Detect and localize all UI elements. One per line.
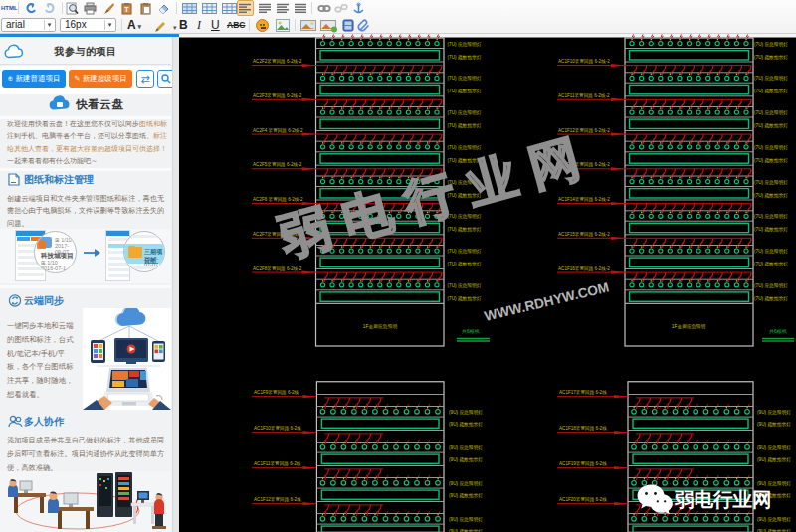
svg-text:(9U) 疏散指示灯: (9U) 疏散指示灯 bbox=[449, 528, 483, 532]
svg-text:(9U) 疏散指示灯: (9U) 疏散指示灯 bbox=[449, 421, 483, 428]
svg-text:(7U) 疏散指示灯: (7U) 疏散指示灯 bbox=[754, 54, 788, 61]
svg-text:(7U) 疏散指示灯: (7U) 疏散指示灯 bbox=[448, 261, 482, 267]
svg-text:(9U) 疏散指示灯: (9U) 疏散指示灯 bbox=[757, 421, 791, 428]
svg-text:(7U) 疏散指示灯: (7U) 疏散指示灯 bbox=[754, 157, 788, 164]
svg-text:(7U) 疏散指示灯: (7U) 疏散指示灯 bbox=[754, 261, 788, 267]
svg-text:(7U) 疏散指示灯: (7U) 疏散指示灯 bbox=[448, 88, 482, 94]
svg-text:(7U) 疏散指示灯: (7U) 疏散指示灯 bbox=[754, 88, 788, 94]
svg-text:(9U) 疏散指示灯: (9U) 疏散指示灯 bbox=[757, 528, 791, 532]
svg-text:T: T bbox=[124, 6, 129, 13]
svg-text:(9U) 疏散指示灯: (9U) 疏散指示灯 bbox=[449, 456, 483, 463]
svg-text:(7U) 疏散指示灯: (7U) 疏散指示灯 bbox=[754, 192, 788, 199]
svg-text:1F走廊应急照明: 1F走廊应急照明 bbox=[363, 323, 398, 330]
svg-text:弱电行业网: 弱电行业网 bbox=[674, 488, 772, 510]
svg-text:共6根线: 共6根线 bbox=[462, 328, 480, 334]
svg-text:(9U) 疏散指示灯: (9U) 疏散指示灯 bbox=[449, 492, 483, 499]
svg-text:(7U) 疏散指示灯: (7U) 疏散指示灯 bbox=[448, 54, 482, 61]
svg-text:(9U) 疏散指示灯: (9U) 疏散指示灯 bbox=[757, 456, 791, 463]
svg-text:1F走廊应急照明: 1F走廊应急照明 bbox=[672, 323, 706, 330]
svg-text:(7U) 疏散指示灯: (7U) 疏散指示灯 bbox=[448, 226, 482, 233]
svg-text:(7U) 疏散指示灯: (7U) 疏散指示灯 bbox=[448, 295, 482, 302]
svg-text:(7U) 疏散指示灯: (7U) 疏散指示灯 bbox=[754, 122, 788, 129]
svg-text:(7U) 疏散指示灯: (7U) 疏散指示灯 bbox=[754, 226, 788, 233]
svg-text:(7U) 疏散指示灯: (7U) 疏散指示灯 bbox=[754, 295, 788, 302]
svg-text:共6根线: 共6根线 bbox=[769, 328, 787, 334]
svg-text:(7U) 疏散指示灯: (7U) 疏散指示灯 bbox=[448, 122, 482, 129]
